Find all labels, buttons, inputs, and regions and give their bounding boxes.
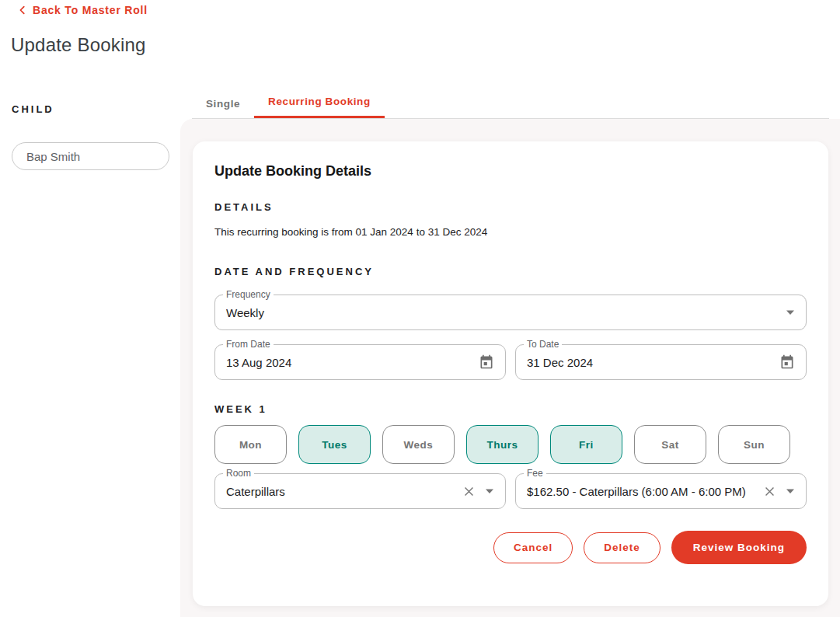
from-date-label: From Date [223,339,274,350]
fee-select[interactable]: Fee $162.50 - Caterpillars (6:00 AM - 6:… [515,473,807,509]
fee-value: $162.50 - Caterpillars (6:00 AM - 6:00 P… [527,485,763,498]
calendar-icon[interactable] [779,354,795,370]
card-title: Update Booking Details [214,163,807,180]
fee-label: Fee [524,468,546,479]
frequency-label: Frequency [223,289,274,301]
delete-button[interactable]: Delete [584,532,660,563]
day-chip-weds[interactable]: Weds [382,425,455,464]
card-actions: Cancel Delete Review Booking [214,531,807,564]
day-chip-sun[interactable]: Sun [718,425,790,464]
caret-down-icon[interactable] [786,309,795,315]
caret-down-icon[interactable] [485,488,494,494]
child-section-heading: CHILD [12,103,175,115]
to-date-value: 31 Dec 2024 [527,356,779,369]
calendar-icon[interactable] [479,354,494,370]
booking-type-tabs: Single Recurring Booking [192,86,829,119]
day-of-week-selector: Mon Tues Weds Thurs Fri Sat Sun [214,425,807,464]
day-chip-fri[interactable]: Fri [550,425,622,464]
back-to-master-roll-link[interactable]: Back To Master Roll [17,4,148,16]
x-clear-icon[interactable] [763,485,776,498]
cancel-button[interactable]: Cancel [493,532,573,563]
day-chip-mon[interactable]: Mon [214,425,287,464]
room-label: Room [223,468,254,479]
tab-single[interactable]: Single [192,86,254,118]
week-1-heading: WEEK 1 [214,403,807,415]
day-chip-tues[interactable]: Tues [298,425,371,464]
room-select[interactable]: Room Caterpillars [214,473,506,509]
from-date-field[interactable]: From Date 13 Aug 2024 [214,344,506,380]
details-heading: DETAILS [214,201,807,213]
frequency-select[interactable]: Frequency Weekly [214,295,807,330]
chevron-left-icon [17,5,28,16]
page-title: Update Booking [11,34,146,56]
frequency-value: Weekly [226,306,786,319]
tab-recurring-booking[interactable]: Recurring Booking [254,86,385,118]
day-chip-thurs[interactable]: Thurs [466,425,539,464]
child-name-label: Bap Smith [26,150,80,163]
back-link-label: Back To Master Roll [33,4,148,16]
x-clear-icon[interactable] [462,485,476,498]
recurring-booking-range-text: This recurring booking is from 01 Jan 20… [214,226,807,238]
room-value: Caterpillars [226,485,462,498]
from-date-value: 13 Aug 2024 [226,356,479,369]
day-chip-sat[interactable]: Sat [634,425,706,464]
child-sidebar: CHILD Bap Smith [12,103,175,170]
date-frequency-heading: DATE AND FREQUENCY [214,266,807,277]
caret-down-icon[interactable] [786,488,795,494]
to-date-field[interactable]: To Date 31 Dec 2024 [515,344,807,380]
to-date-label: To Date [524,339,562,350]
review-booking-button[interactable]: Review Booking [671,531,807,564]
child-name-chip[interactable]: Bap Smith [12,142,169,170]
update-booking-card: Update Booking Details DETAILS This recu… [193,141,828,606]
